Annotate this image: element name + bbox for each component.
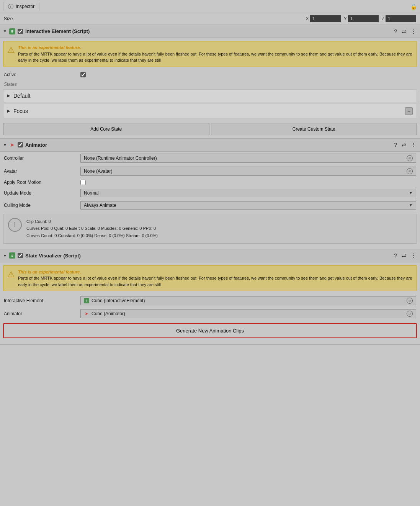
sv-animator-row: Animator ➤ Cube (Animator) ◎ bbox=[0, 307, 420, 320]
update-mode-dropdown[interactable]: Normal ▼ bbox=[80, 189, 416, 197]
lock-icon[interactable]: 🔒 bbox=[410, 3, 417, 10]
animator-help-btn[interactable]: ? bbox=[393, 142, 398, 148]
state-visualizer-menu-btn[interactable]: ⋮ bbox=[410, 252, 417, 259]
animator-menu-btn[interactable]: ⋮ bbox=[410, 142, 417, 148]
interactive-element-warning: ⚠ This is an experimental feature. Parts… bbox=[3, 41, 417, 67]
active-label: Active bbox=[4, 72, 80, 77]
animator-section: ▼ ➤ Animator ? ⇄ ⋮ Controller None (Runt… bbox=[0, 139, 420, 249]
size-label: Size bbox=[4, 16, 13, 21]
generate-animation-clips-button[interactable]: Generate New Animation Clips bbox=[4, 324, 416, 337]
state-visualizer-header: ▼ # State Visualizer (Script) ? ⇄ ⋮ bbox=[0, 249, 420, 262]
info-icon: i bbox=[8, 4, 13, 9]
size-x-field: X bbox=[306, 15, 341, 22]
warning-text-content: This is an experimental feature. Parts o… bbox=[18, 44, 413, 64]
animator-header: ▼ ➤ Animator ? ⇄ ⋮ bbox=[0, 139, 420, 152]
state-visualizer-help-btn[interactable]: ? bbox=[393, 252, 398, 259]
state-visualizer-warning-icon: ⚠ bbox=[7, 270, 15, 280]
sv-animator-label: Animator bbox=[4, 311, 80, 316]
interactive-element-menu-btn[interactable]: ⋮ bbox=[410, 28, 417, 34]
state-visualizer-warning-title: This is an experimental feature. bbox=[18, 269, 413, 275]
controller-field-row: Controller None (Runtime Animator Contro… bbox=[0, 152, 420, 165]
state-visualizer-settings-btn[interactable]: ⇄ bbox=[401, 252, 407, 259]
size-row: Size X Y Z bbox=[0, 13, 420, 25]
update-mode-value: Normal bbox=[84, 190, 99, 196]
sv-ie-hash-icon: # bbox=[84, 298, 89, 303]
state-visualizer-section: ▼ # State Visualizer (Script) ? ⇄ ⋮ ⚠ Th… bbox=[0, 249, 420, 345]
interactive-element-collapse[interactable]: ▼ bbox=[3, 29, 7, 33]
apply-root-motion-checkbox[interactable] bbox=[80, 180, 86, 185]
animator-info-text: Clip Count: 0 Curves Pos: 0 Quat: 0 Eule… bbox=[26, 218, 158, 239]
controller-circle-btn[interactable]: ◎ bbox=[407, 155, 413, 161]
animator-checkbox[interactable] bbox=[18, 142, 23, 147]
controller-dropdown[interactable]: None (Runtime Animator Controller) ◎ bbox=[80, 154, 416, 163]
states-buttons-row: Add Core State Create Custom State bbox=[0, 120, 420, 138]
inspector-tab[interactable]: i Inspector bbox=[3, 2, 39, 11]
state-visualizer-warning-body: Parts of the MRTK appear to have a lot o… bbox=[18, 275, 413, 288]
animator-clip-count: Clip Count: 0 bbox=[26, 218, 158, 225]
interactive-element-help-btn[interactable]: ? bbox=[393, 28, 398, 34]
animator-collapse[interactable]: ▼ bbox=[3, 143, 7, 147]
state-visualizer-collapse[interactable]: ▼ bbox=[3, 254, 7, 258]
interactive-element-checkbox[interactable] bbox=[18, 29, 23, 34]
culling-mode-row: Culling Mode Always Animate ▼ bbox=[0, 199, 420, 211]
state-focus-name: Focus bbox=[13, 108, 28, 114]
state-default-item: ▶ Default bbox=[3, 89, 417, 102]
warning-title: This is an experimental feature. bbox=[18, 44, 413, 51]
state-visualizer-warning: ⚠ This is an experimental feature. Parts… bbox=[3, 265, 417, 291]
animator-curves-pos: Curves Pos: 0 Quat: 0 Euler: 0 Scale: 0 … bbox=[26, 225, 158, 232]
state-default-left: ▶ Default bbox=[7, 93, 30, 99]
active-checkbox[interactable] bbox=[80, 72, 86, 77]
avatar-dropdown[interactable]: None (Avatar) ◎ bbox=[80, 167, 416, 176]
size-z-input[interactable] bbox=[386, 15, 416, 22]
culling-mode-arrow-icon: ▼ bbox=[409, 203, 413, 207]
sv-interactive-element-left: # Cube (InteractiveElement) bbox=[84, 298, 145, 303]
state-focus-remove-btn[interactable]: − bbox=[405, 107, 413, 115]
inspector-tab-bar: i Inspector 🔒 bbox=[0, 0, 420, 13]
animator-actions: ? ⇄ ⋮ bbox=[393, 142, 417, 148]
state-visualizer-checkbox[interactable] bbox=[18, 253, 23, 258]
state-default-arrow[interactable]: ▶ bbox=[7, 93, 10, 98]
states-header: States bbox=[0, 79, 420, 88]
state-focus-item: ▶ Focus − bbox=[3, 104, 417, 118]
avatar-value: None (Avatar) bbox=[84, 169, 112, 174]
state-visualizer-hash-icon: # bbox=[9, 252, 15, 259]
size-x-input[interactable] bbox=[310, 15, 341, 22]
animator-curves-count: Curves Count: 0 Constant: 0 (0.0%) Dense… bbox=[26, 232, 158, 239]
animator-icon: ➤ bbox=[9, 142, 15, 148]
size-y-input[interactable] bbox=[348, 15, 379, 22]
create-custom-state-button[interactable]: Create Custom State bbox=[211, 123, 417, 135]
interactive-element-title: Interactive Element (Script) bbox=[25, 28, 391, 34]
size-x-axis: X bbox=[306, 16, 309, 21]
size-z-axis: Z bbox=[382, 16, 384, 21]
state-visualizer-actions: ? ⇄ ⋮ bbox=[393, 252, 417, 259]
update-mode-label: Update Mode bbox=[4, 190, 80, 196]
size-y-axis: Y bbox=[344, 16, 347, 21]
update-mode-arrow-icon: ▼ bbox=[409, 191, 413, 195]
culling-mode-value: Always Animate bbox=[84, 203, 116, 208]
interactive-element-hash-icon: # bbox=[9, 28, 15, 34]
sv-animator-left: ➤ Cube (Animator) bbox=[84, 311, 125, 316]
sv-interactive-element-value: Cube (InteractiveElement) bbox=[92, 298, 145, 303]
warning-body: Parts of the MRTK appear to have a lot o… bbox=[18, 51, 413, 64]
animator-title: Animator bbox=[25, 142, 391, 148]
sv-anim-icon: ➤ bbox=[84, 311, 89, 316]
avatar-label: Avatar bbox=[4, 169, 80, 174]
sv-animator-value: Cube (Animator) bbox=[92, 311, 125, 316]
state-focus-left: ▶ Focus bbox=[7, 108, 28, 114]
animator-settings-btn[interactable]: ⇄ bbox=[401, 142, 407, 148]
avatar-field-row: Avatar None (Avatar) ◎ bbox=[0, 165, 420, 178]
sv-animator-field[interactable]: ➤ Cube (Animator) ◎ bbox=[80, 309, 416, 318]
interactive-element-settings-btn[interactable]: ⇄ bbox=[401, 28, 407, 34]
inspector-tab-label: Inspector bbox=[16, 4, 34, 9]
sv-interactive-element-label: Interactive Element bbox=[4, 298, 80, 303]
sv-interactive-element-field[interactable]: # Cube (InteractiveElement) ◎ bbox=[80, 296, 416, 305]
sv-ie-circle-btn[interactable]: ◎ bbox=[407, 298, 413, 304]
apply-root-motion-row: Apply Root Motion bbox=[0, 178, 420, 187]
apply-root-motion-label: Apply Root Motion bbox=[4, 180, 80, 185]
state-focus-arrow[interactable]: ▶ bbox=[7, 109, 10, 113]
controller-label: Controller bbox=[4, 156, 80, 161]
culling-mode-dropdown[interactable]: Always Animate ▼ bbox=[80, 201, 416, 210]
avatar-circle-btn[interactable]: ◎ bbox=[407, 168, 413, 174]
add-core-state-button[interactable]: Add Core State bbox=[3, 123, 209, 135]
sv-animator-circle-btn[interactable]: ◎ bbox=[407, 311, 413, 317]
